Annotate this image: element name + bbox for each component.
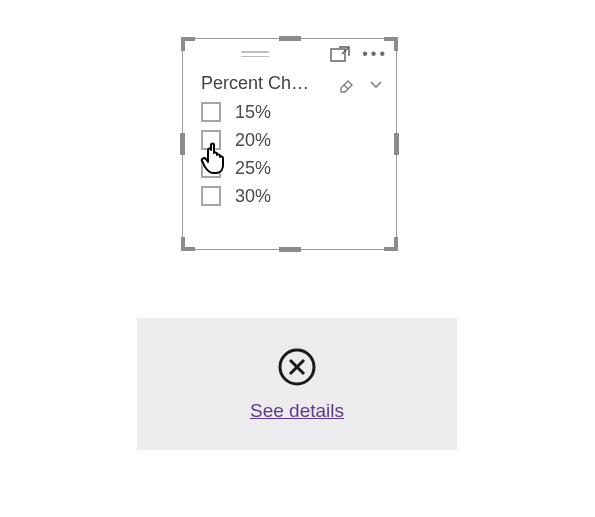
slicer-title: Percent Ch… — [201, 73, 338, 94]
slicer-item-0[interactable]: 15% — [201, 98, 396, 126]
resize-handle-br[interactable] — [384, 237, 398, 251]
checkbox-icon[interactable] — [201, 186, 221, 206]
error-x-icon — [276, 346, 318, 392]
focus-mode-icon[interactable] — [330, 46, 350, 62]
svg-rect-0 — [331, 49, 345, 61]
resize-handle-tr[interactable] — [384, 37, 398, 51]
resize-handle-tl[interactable] — [181, 37, 195, 51]
resize-handle-top[interactable] — [279, 36, 301, 41]
slicer-item-label: 15% — [235, 102, 271, 123]
slicer-item-1[interactable]: 20% — [201, 126, 396, 154]
resize-handle-left[interactable] — [180, 133, 185, 155]
slicer-item-3[interactable]: 30% — [201, 182, 396, 210]
chevron-down-icon[interactable] — [368, 76, 384, 92]
checkbox-icon[interactable] — [201, 102, 221, 122]
resize-handle-bl[interactable] — [181, 237, 195, 251]
slicer-item-label: 25% — [235, 158, 271, 179]
slicer-item-2[interactable]: 25% — [201, 154, 396, 182]
more-options-icon[interactable]: ••• — [362, 50, 388, 58]
visual-toolbar: ••• — [183, 39, 396, 67]
slicer-header: Percent Ch… — [183, 67, 396, 96]
checkbox-icon[interactable] — [201, 130, 221, 150]
error-card: See details — [137, 318, 457, 450]
resize-handle-right[interactable] — [394, 133, 399, 155]
resize-handle-bottom[interactable] — [279, 247, 301, 252]
slicer-item-label: 20% — [235, 130, 271, 151]
see-details-link[interactable]: See details — [250, 400, 344, 422]
drag-handle-icon[interactable] — [241, 47, 269, 61]
clear-selections-icon[interactable] — [338, 75, 356, 93]
slicer-item-label: 30% — [235, 186, 271, 207]
slicer-item-list: 15% 20% 25% 30% — [183, 96, 396, 210]
slicer-visual[interactable]: ••• Percent Ch… 15% 20% — [182, 38, 397, 250]
checkbox-icon[interactable] — [201, 158, 221, 178]
